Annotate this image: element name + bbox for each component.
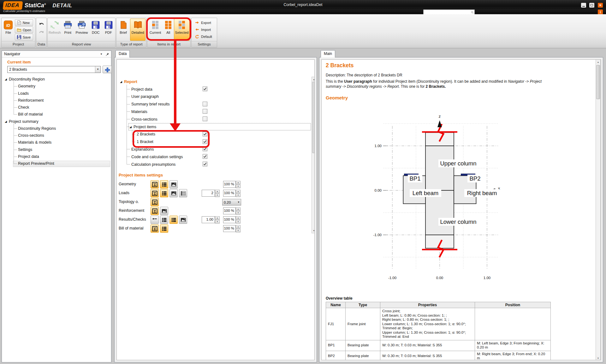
detailed-button[interactable]: Detailed xyxy=(130,19,146,41)
drawing-icon[interactable] xyxy=(151,207,159,215)
report-tree-item-calculation-presumptions[interactable]: Calculation presumptions xyxy=(131,161,175,168)
scale-percent-value[interactable]: 100 % xyxy=(223,216,236,223)
count-value[interactable]: 2 xyxy=(202,190,215,197)
picture-icon[interactable] xyxy=(169,180,178,188)
import-button[interactable]: Import xyxy=(193,27,212,33)
main-scrollbar[interactable]: ▲ ▼ xyxy=(596,60,601,360)
main-scrollbar-thumb[interactable] xyxy=(596,65,600,99)
undo-button[interactable] xyxy=(38,21,45,27)
navigator-header[interactable]: Navigator ▼ xyxy=(2,51,111,57)
open-button[interactable]: Open xyxy=(15,27,33,33)
tab-main[interactable]: Main xyxy=(321,50,335,57)
scale-percent-stepper[interactable]: ▲▼ xyxy=(236,190,241,197)
spin-down-icon[interactable]: ▼ xyxy=(236,220,241,224)
data-scrollbar-thumb[interactable] xyxy=(312,82,315,153)
checkbox-code-and-calculation-settings[interactable] xyxy=(203,154,207,159)
nav-root-discontinuity-region[interactable]: ◢Discontinuity Region xyxy=(5,76,45,82)
report-tree-item-materials[interactable]: Materials xyxy=(131,108,147,115)
spin-up-icon[interactable]: ▲ xyxy=(236,190,241,193)
nav-item-check[interactable]: Check xyxy=(18,104,29,110)
expander-icon[interactable]: ◢ xyxy=(120,80,122,83)
pin-icon[interactable] xyxy=(106,52,109,56)
current-item-dropdown[interactable]: 2 Brackets ▼ xyxy=(7,66,101,73)
close-button[interactable]: ✕ xyxy=(598,3,603,8)
tab-data[interactable]: Data xyxy=(116,50,130,57)
nav-item-geometry[interactable]: Geometry xyxy=(18,83,35,89)
minimize-button[interactable] xyxy=(581,3,586,8)
nav-item-reinforcement[interactable]: Reinforcement xyxy=(18,97,44,104)
chevron-down-icon[interactable]: ▼ xyxy=(100,51,103,57)
add-item-button[interactable] xyxy=(103,66,112,73)
spin-down-icon[interactable]: ▼ xyxy=(236,185,241,188)
count-stepper[interactable]: ▲▼ xyxy=(215,216,220,223)
scale-percent-value[interactable]: 100 % xyxy=(223,225,236,232)
scale-percent-value[interactable]: 100 % xyxy=(223,181,236,188)
spin-down-icon[interactable]: ▼ xyxy=(236,211,241,215)
scale-percent-stepper[interactable]: ▲▼ xyxy=(236,207,241,214)
dropdown-arrow-icon[interactable]: ▼ xyxy=(95,66,100,73)
nav-item-cross-sections[interactable]: Cross-sections xyxy=(18,132,44,139)
drawing-icon[interactable] xyxy=(151,224,159,233)
file-button[interactable]: ID File xyxy=(2,19,14,41)
spin-up-icon[interactable]: ▲ xyxy=(236,207,241,211)
brief-icon[interactable] xyxy=(151,216,159,224)
nav-item-project-data[interactable]: Project data xyxy=(18,153,39,160)
checkbox-materials[interactable] xyxy=(203,109,207,114)
report-tree-item-code-and-calculation-settings[interactable]: Code and calculation settings xyxy=(131,153,183,160)
report-tree-item-project-data[interactable]: Project data xyxy=(131,86,152,92)
topology-ratio-dropdown[interactable]: 0.20▼ xyxy=(222,199,241,206)
report-tree-item-summary-brief-results[interactable]: Summary brief results xyxy=(131,101,170,108)
picture-icon[interactable] xyxy=(179,216,187,224)
spin-down-icon[interactable]: ▼ xyxy=(215,194,220,197)
checkbox-cross-sections[interactable] xyxy=(203,116,207,121)
report-tree-item-project-items[interactable]: ◢Project items xyxy=(129,123,156,130)
checkbox-project-data[interactable] xyxy=(203,87,207,91)
count-stepper[interactable]: ▲▼ xyxy=(215,190,220,197)
info-button[interactable]: i xyxy=(598,9,603,15)
redo-button[interactable] xyxy=(38,29,45,36)
scroll-up-icon[interactable]: ▲ xyxy=(312,77,315,82)
table-icon[interactable] xyxy=(160,216,168,224)
checkbox-calculation-presumptions[interactable] xyxy=(203,162,207,166)
count-value[interactable]: 1.00 xyxy=(202,216,215,223)
save-button[interactable]: Save xyxy=(15,34,33,40)
drawing-icon[interactable] xyxy=(151,189,159,197)
drawing-icon[interactable] xyxy=(151,198,159,206)
scroll-up-icon[interactable]: ▲ xyxy=(596,60,600,64)
scale-percent-value[interactable]: 100 % xyxy=(223,190,236,197)
new-button[interactable]: New xyxy=(15,19,33,26)
scroll-down-icon[interactable]: ▼ xyxy=(596,356,600,360)
spin-up-icon[interactable]: ▲ xyxy=(215,190,220,193)
table-icon[interactable] xyxy=(160,224,168,233)
spin-up-icon[interactable]: ▲ xyxy=(215,216,220,220)
report-tree-item-cross-sections[interactable]: Cross-sections xyxy=(131,116,157,122)
spin-up-icon[interactable]: ▲ xyxy=(236,181,241,184)
pdf-export-button[interactable]: PDF xyxy=(102,19,115,41)
dropdown-arrow-icon[interactable]: ▼ xyxy=(236,201,241,204)
nav-item-loads[interactable]: Loads xyxy=(18,90,29,97)
picture-icon[interactable] xyxy=(169,189,178,197)
print-button[interactable]: Print xyxy=(62,19,74,41)
spin-up-icon[interactable]: ▲ xyxy=(236,225,241,229)
nav-item-materials-models[interactable]: Materials & models xyxy=(18,139,51,146)
table-icon[interactable] xyxy=(160,189,168,197)
nav-item-bill-of-material[interactable]: Bill of material xyxy=(18,111,43,117)
nav-item-settings[interactable]: Settings xyxy=(18,146,32,153)
checkbox-summary-brief-results[interactable] xyxy=(203,102,207,106)
spin-down-icon[interactable]: ▼ xyxy=(236,229,241,232)
drawing-icon[interactable] xyxy=(151,180,159,188)
refresh-button[interactable]: Refresh xyxy=(48,19,61,41)
spin-down-icon[interactable]: ▼ xyxy=(215,220,220,224)
nav-root-project-summary[interactable]: ◢Project summary xyxy=(5,118,39,125)
report-tree-item-user-paragraph[interactable]: User paragraph xyxy=(131,93,159,100)
scroll-down-icon[interactable]: ▼ xyxy=(312,228,315,233)
spin-down-icon[interactable]: ▼ xyxy=(236,194,241,197)
default-button[interactable]: Default xyxy=(193,33,214,39)
export-button[interactable]: Export xyxy=(193,20,213,26)
table-icon[interactable] xyxy=(169,216,178,224)
expander-icon[interactable]: ◢ xyxy=(5,120,7,123)
scale-percent-stepper[interactable]: ▲▼ xyxy=(236,225,241,232)
doc-export-button[interactable]: DOC xyxy=(90,19,102,41)
scale-percent-stepper[interactable]: ▲▼ xyxy=(236,216,241,223)
nav-item-discontinuity-regions[interactable]: Discontinuity Regions xyxy=(18,125,56,132)
